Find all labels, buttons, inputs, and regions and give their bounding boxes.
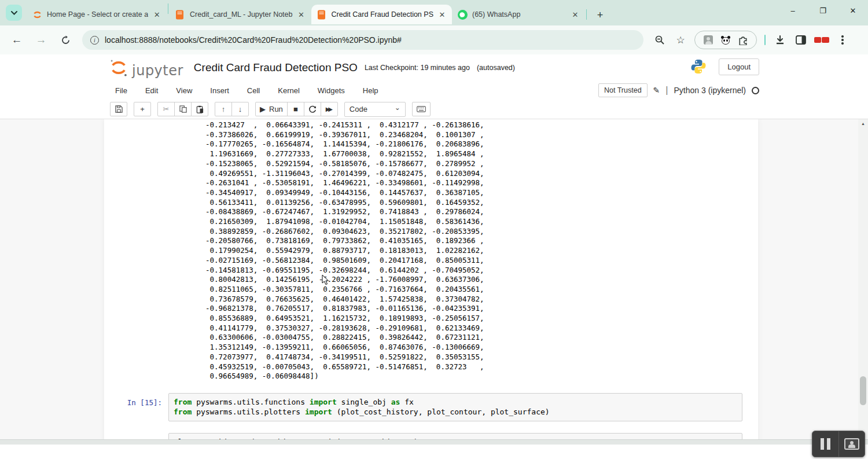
add-cell-button[interactable]: +: [134, 102, 151, 116]
logout-button[interactable]: Logout: [719, 58, 759, 75]
kernel-separator: |: [665, 85, 668, 96]
browser-menu-button[interactable]: [835, 32, 850, 47]
panda-extension-icon[interactable]: [720, 34, 731, 46]
tab-close-button[interactable]: ✕: [152, 9, 162, 20]
browser-tab-bar: Home Page - Select or create a✕Credit_ca…: [0, 0, 868, 25]
forward-button[interactable]: →: [32, 31, 50, 49]
stop-button[interactable]: ■: [287, 102, 304, 116]
menu-file[interactable]: File: [115, 86, 127, 95]
run-button[interactable]: ▶ Run: [255, 102, 288, 116]
menu-widgets[interactable]: Widgets: [318, 86, 345, 95]
pause-icon: [821, 438, 830, 450]
save-icon: [115, 105, 123, 113]
tab-separator: [168, 3, 168, 14]
refresh-button[interactable]: [57, 31, 74, 49]
copy-icon: [179, 105, 187, 113]
profile-extension-icon[interactable]: [703, 34, 714, 46]
tab-close-button[interactable]: ✕: [296, 9, 307, 20]
extensions-pill: [694, 31, 757, 49]
paste-cell-button[interactable]: [191, 102, 208, 116]
scrollbar-up-arrow[interactable]: ▲: [858, 119, 868, 127]
menu-edit[interactable]: Edit: [145, 86, 158, 95]
tab-title: Home Page - Select or create a: [47, 10, 148, 19]
screen-icon: [844, 438, 859, 450]
save-button[interactable]: [110, 102, 127, 116]
kebab-icon: [841, 35, 843, 44]
zoom-button[interactable]: [652, 32, 667, 47]
restart-icon: [308, 105, 317, 113]
copy-cell-button[interactable]: [174, 102, 192, 116]
recorder-screen-button[interactable]: [838, 431, 865, 457]
window-close-button[interactable]: ✕: [838, 0, 868, 21]
browser-tab[interactable]: Credit Card Fraud Detection PS✕: [311, 5, 452, 24]
extensions-puzzle-icon[interactable]: [737, 34, 749, 46]
jupyter-header: jupyter Credit Card Fraud Detection PSO …: [0, 54, 868, 81]
url-field[interactable]: i localhost:8888/notebooks/Credit%20Card…: [82, 30, 643, 50]
new-tab-button[interactable]: +: [593, 8, 608, 23]
side-panel-icon: [796, 35, 806, 45]
keyboard-icon: [417, 106, 426, 112]
menu-help[interactable]: Help: [363, 86, 378, 95]
menu-view[interactable]: View: [176, 86, 192, 95]
edit-title-icon[interactable]: ✎: [653, 86, 660, 95]
restart-run-all-button[interactable]: ▶▶: [321, 102, 338, 116]
browser-tab[interactable]: (65) WhatsApp✕: [452, 5, 585, 24]
code-line: from pyswarms.utils.plotters import (plo…: [174, 407, 737, 417]
paste-icon: [196, 105, 204, 113]
tab-close-button[interactable]: ✕: [437, 9, 447, 20]
chevron-down-icon: [11, 11, 17, 15]
cut-cell-button[interactable]: ✂: [157, 102, 175, 116]
tab-title: (65) WhatsApp: [472, 10, 567, 19]
menu-insert[interactable]: Insert: [210, 86, 229, 95]
python-logo-icon: [690, 58, 707, 75]
kernel-name[interactable]: Python 3 (ipykernel): [674, 86, 746, 95]
toolbar-separator: [764, 35, 766, 45]
notebook-title[interactable]: Credit Card Fraud Detection PSO: [194, 61, 358, 74]
move-cell-up-button[interactable]: ↑: [215, 102, 232, 116]
kernel-status-icon: [752, 87, 759, 94]
jupyter-logo[interactable]: jupyter: [109, 58, 183, 78]
cell-prompt: In [16]:: [104, 433, 168, 439]
downloads-button[interactable]: [773, 32, 788, 47]
recorder-pause-button[interactable]: [812, 431, 838, 457]
window-minimize-button[interactable]: –: [778, 0, 808, 21]
checkpoint-status: Last Checkpoint: 19 minutes ago: [365, 64, 470, 72]
cell-type-select[interactable]: Code ⌄: [344, 102, 406, 117]
window-maximize-button[interactable]: ❐: [808, 0, 838, 21]
notebook-container: -0.213427 , 0.06643391, -0.2415311 , 0.4…: [104, 119, 758, 439]
code-cell[interactable]: In [15]:from pyswarms.utils.functions im…: [104, 393, 758, 421]
bookmark-button[interactable]: ☆: [673, 32, 688, 47]
menu-kernel[interactable]: Kernel: [278, 86, 300, 95]
jupyter-menubar: FileEditViewInsertCellKernelWidgetsHelp …: [0, 81, 868, 100]
jupyter-logo-icon: [32, 10, 42, 20]
screen-recorder-widget: [812, 431, 865, 457]
cell-code-editor[interactable]: plot_cost_history(cost_history=optimizer…: [168, 433, 742, 439]
autosave-status: (autosaved): [477, 64, 515, 72]
scrollbar-thumb[interactable]: [860, 376, 866, 405]
side-panel-button[interactable]: [793, 32, 808, 47]
trust-status-button[interactable]: Not Trusted: [598, 83, 648, 97]
download-icon: [775, 35, 785, 45]
code-line: from pyswarms.utils.functions import sin…: [174, 397, 737, 407]
whatsapp-icon: [458, 10, 468, 20]
tab-search-button[interactable]: [6, 5, 22, 21]
notebook-area: -0.213427 , 0.06643391, -0.2415311 , 0.4…: [0, 119, 868, 439]
idm-extension-icon[interactable]: [814, 32, 829, 47]
browser-address-bar: ← → i localhost:8888/notebooks/Credit%20…: [0, 25, 868, 54]
restart-kernel-button[interactable]: [304, 102, 321, 116]
cell-code-editor[interactable]: from pyswarms.utils.functions import sin…: [168, 393, 742, 421]
code-cell[interactable]: In [16]:plot_cost_history(cost_history=o…: [104, 433, 758, 439]
command-palette-button[interactable]: [412, 102, 431, 116]
vertical-scrollbar[interactable]: ▲: [858, 119, 868, 439]
menu-cell[interactable]: Cell: [247, 86, 260, 95]
move-cell-down-button[interactable]: ↓: [231, 102, 249, 116]
jupyter-notebook-icon: [175, 10, 185, 20]
chevron-down-icon: ⌄: [395, 104, 400, 112]
tab-close-button[interactable]: ✕: [570, 9, 580, 20]
browser-tab[interactable]: Home Page - Select or create a✕: [27, 5, 167, 24]
tab-separator: [586, 9, 587, 20]
browser-tab[interactable]: Credit_card_ML - Jupyter Noteb✕: [170, 5, 311, 24]
site-info-icon[interactable]: i: [90, 36, 99, 45]
back-button[interactable]: ←: [8, 31, 25, 49]
jupyter-toolbar: + ✂ ↑ ↓ ▶ Run ■: [0, 100, 868, 119]
